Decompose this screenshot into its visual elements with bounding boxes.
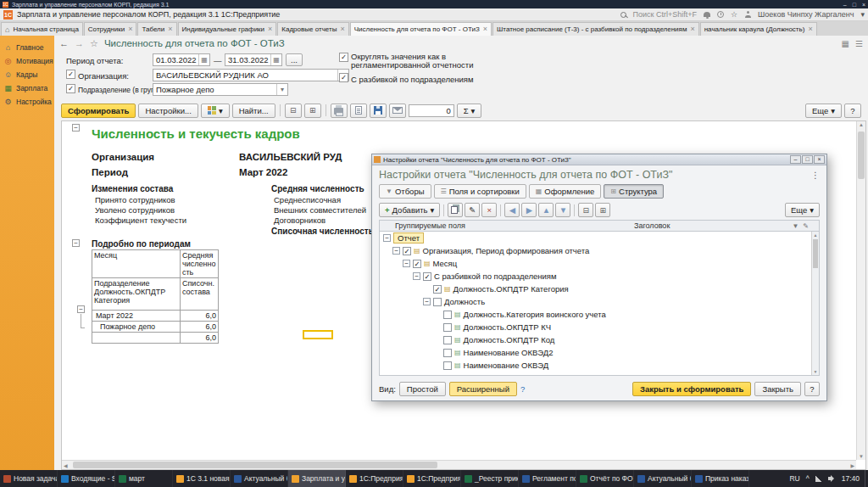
row-checkbox[interactable]: [433, 285, 442, 294]
row-checkbox[interactable]: [443, 323, 452, 332]
network-icon[interactable]: [815, 475, 822, 482]
dialog-more-menu-icon[interactable]: ⋮: [811, 171, 820, 180]
header-cell-avg[interactable]: Средняя численность: [181, 250, 219, 278]
taskbar-item[interactable]: Актуальный б...: [231, 470, 288, 487]
tab-hr-reports[interactable]: Кадровые отчеты ×: [277, 22, 348, 36]
expander-icon[interactable]: −: [423, 298, 431, 305]
scroll-right-icon[interactable]: ▶: [850, 462, 854, 468]
report-variant-button[interactable]: ▾: [201, 104, 230, 118]
row-value-cell[interactable]: 6,0: [181, 333, 219, 344]
tree-row[interactable]: − ▤ Наименование ОКВЭД2: [380, 346, 819, 359]
history-clock-icon[interactable]: [717, 11, 724, 18]
root-node-badge[interactable]: Отчет: [393, 232, 424, 244]
close-button[interactable]: Закрыть: [754, 382, 801, 396]
user-name[interactable]: Шоеков Чинпху Жаргаленч: [758, 10, 854, 19]
sidebar-item-salary[interactable]: ▦ Зарплата: [0, 81, 54, 95]
group-expander-icon[interactable]: −: [77, 305, 85, 313]
tab-structure[interactable]: ⊞ Структура: [604, 184, 664, 199]
dialog-minimize-button[interactable]: –: [790, 155, 801, 164]
tab-position[interactable]: начальник караула (Должность) ×: [700, 22, 817, 36]
scrollbar-thumb[interactable]: [73, 462, 437, 468]
scroll-up-icon[interactable]: ▲: [814, 232, 818, 238]
vertical-scrollbar[interactable]: ▲ ▼: [856, 121, 865, 460]
tab-staffing-schedule[interactable]: Штатное расписание (Т-3) - с разбивкой п…: [492, 22, 699, 36]
taskbar-item[interactable]: Входящие - Sh...: [58, 470, 115, 487]
horizontal-scrollbar[interactable]: ◀ ▶: [62, 460, 856, 469]
scroll-down-icon[interactable]: ▼: [859, 454, 864, 459]
tab-selections[interactable]: ▼ Отборы: [379, 184, 431, 199]
tray-language[interactable]: RU: [789, 474, 799, 483]
collapse-all-button[interactable]: ⊟: [578, 203, 593, 217]
scroll-down-icon[interactable]: ▼: [814, 369, 818, 374]
move-right-button[interactable]: ▶: [521, 203, 537, 217]
more-button[interactable]: Еще ▾: [805, 104, 842, 118]
settings-button[interactable]: Настройки...: [138, 104, 198, 118]
calendar-icon[interactable]: ▦: [198, 54, 209, 65]
view-extended-button[interactable]: Расширенный: [449, 382, 517, 396]
scroll-up-icon[interactable]: ▲: [859, 122, 864, 127]
tree-row[interactable]: − ▤ Должность.Категория воинского учета: [380, 308, 819, 321]
delete-button[interactable]: ×: [481, 203, 497, 217]
dialog-more-button[interactable]: Еще ▾: [785, 203, 820, 217]
taskbar-item[interactable]: Отчёт по ФОТ...: [576, 470, 634, 487]
collapse-groups-button[interactable]: ⊟: [285, 104, 302, 118]
expand-groups-button[interactable]: ⊞: [304, 104, 321, 118]
tab-timesheets[interactable]: Табели ×: [137, 22, 176, 36]
copy-button[interactable]: [448, 203, 463, 217]
row-label-cell[interactable]: Март 2022: [92, 311, 181, 322]
tree-row[interactable]: − ▤ Должность.ОКПДТР КЧ: [380, 321, 819, 333]
sum-function-button[interactable]: Σ ▾: [457, 104, 482, 118]
header-cell-groups[interactable]: Подразделение Должность.ОКПДТР Категория: [92, 278, 181, 311]
generate-button[interactable]: Сформировать: [61, 104, 136, 118]
taskbar-item[interactable]: Актуальный б...: [634, 470, 692, 487]
row-value-cell[interactable]: 6,0: [181, 322, 219, 333]
tab-close-icon[interactable]: ×: [268, 25, 272, 33]
print-button[interactable]: [331, 104, 348, 118]
expander-icon[interactable]: −: [413, 272, 420, 280]
global-search-button[interactable]: Поиск Ctrl+Shift+F: [633, 10, 697, 19]
group-expander-icon[interactable]: −: [72, 239, 80, 247]
taskbar-item[interactable]: 1С:Предприят...: [403, 470, 461, 487]
expander-icon[interactable]: −: [383, 234, 391, 242]
period-select-button[interactable]: ...: [286, 53, 303, 66]
edit-pencil-icon[interactable]: ✎: [803, 222, 809, 230]
tab-individual-schedules[interactable]: Индивидуальные графики ×: [178, 22, 277, 36]
calendar-icon[interactable]: ▦: [270, 54, 281, 65]
scrollbar-thumb[interactable]: [813, 239, 818, 268]
help-button[interactable]: ?: [844, 104, 861, 118]
back-button[interactable]: ←: [59, 38, 69, 48]
row-checkbox[interactable]: [413, 260, 421, 268]
user-menu-chevron-icon[interactable]: ▾: [860, 10, 865, 19]
view-simple-button[interactable]: Простой: [399, 382, 446, 396]
scrollbar-thumb[interactable]: [858, 132, 865, 179]
tree-row[interactable]: − ▤ Должность.ОКПДТР Код: [380, 333, 819, 346]
dialog-close-button[interactable]: ×: [814, 155, 825, 164]
favorites-star-icon[interactable]: ☆: [731, 10, 737, 19]
tree-row[interactable]: − ▤ Должность.ОКПДТР Категория: [380, 283, 819, 295]
organization-combo[interactable]: ВАСИЛЬЕВСКИЙ РУДНИК АО ▾: [153, 69, 349, 81]
tree-row[interactable]: − ▤ Организация, Период формирования отч…: [380, 244, 819, 257]
period-from-input[interactable]: 01.03.2022 ▦: [153, 53, 210, 66]
find-button[interactable]: Найти...: [232, 104, 275, 118]
tab-close-icon[interactable]: ×: [168, 25, 172, 33]
column-grouping-fields[interactable]: Группируемые поля: [380, 221, 634, 230]
department-checkbox[interactable]: ✓: [66, 84, 75, 93]
round-values-checkbox[interactable]: ✓: [339, 53, 348, 62]
dialog-help-button[interactable]: ?: [804, 382, 820, 396]
tab-close-icon[interactable]: ×: [128, 25, 132, 33]
tree-row-report[interactable]: − Отчет: [380, 232, 819, 244]
expander-icon[interactable]: −: [392, 247, 400, 255]
group-expander-icon[interactable]: −: [72, 124, 80, 132]
column-title[interactable]: Заголовок: [634, 221, 670, 230]
sidebar-item-motivation[interactable]: ◎ Мотивация: [0, 54, 54, 68]
split-by-departments-checkbox[interactable]: ✓: [339, 73, 348, 82]
row-checkbox[interactable]: [443, 336, 452, 344]
tab-employees[interactable]: Сотрудники ×: [84, 22, 137, 36]
department-combo[interactable]: Пожарное депо ▾: [153, 83, 288, 96]
window-close-button[interactable]: ×: [862, 2, 865, 8]
move-up-button[interactable]: ▲: [538, 203, 554, 217]
row-checkbox[interactable]: [433, 298, 442, 306]
row-label-cell[interactable]: Пожарное депо: [92, 322, 181, 333]
tab-close-icon[interactable]: ×: [340, 25, 344, 33]
period-to-input[interactable]: 31.03.2022 ▦: [225, 53, 282, 66]
